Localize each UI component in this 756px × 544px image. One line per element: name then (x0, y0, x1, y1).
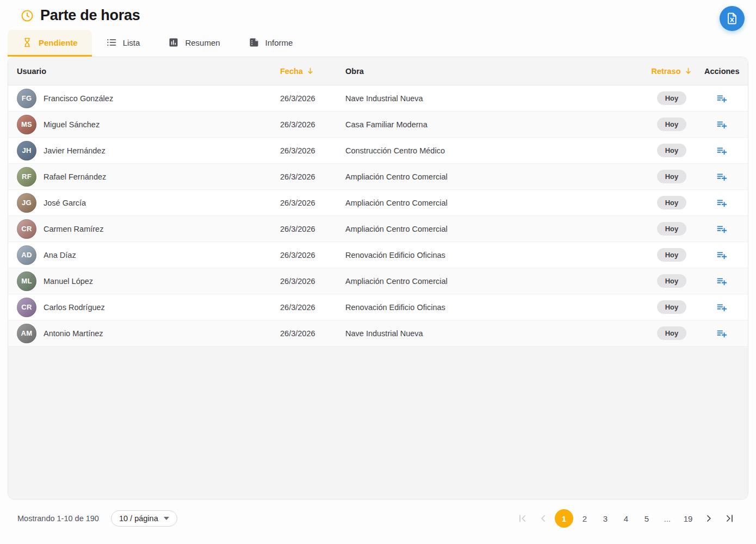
add-timesheet-entry-button[interactable] (714, 90, 730, 107)
column-header-obra[interactable]: Obra (345, 67, 639, 76)
sort-desc-arrow-icon (684, 67, 692, 75)
user-name: José García (44, 199, 86, 207)
tab-lista[interactable]: Lista (92, 30, 154, 57)
acciones-cell (714, 247, 730, 263)
page-button-3[interactable]: 3 (596, 509, 615, 528)
acciones-cell (714, 169, 730, 185)
add-timesheet-entry-button[interactable] (714, 195, 730, 211)
user-cell: CR Carlos Rodríguez (17, 298, 280, 317)
fecha-cell: 26/3/2026 (280, 199, 345, 207)
user-name: Miguel Sánchez (44, 120, 100, 129)
playlist-add-icon (716, 327, 728, 339)
user-name: Carlos Rodríguez (44, 303, 105, 312)
last-page-icon (724, 513, 735, 524)
first-page-button[interactable] (513, 509, 532, 528)
last-page-button[interactable] (720, 509, 739, 528)
page-size-select[interactable]: 10 / página (111, 510, 177, 527)
fecha-cell: 26/3/2026 (280, 303, 345, 312)
table-footer: Mostrando 1-10 de 190 10 / página 12345.… (17, 508, 739, 529)
retraso-cell: Hoy (657, 222, 687, 236)
user-cell: CR Carmen Ramírez (17, 219, 280, 239)
page-button-5[interactable]: 5 (637, 509, 656, 528)
obra-cell: Renovación Edificio Oficinas (345, 251, 639, 259)
acciones-cell (714, 195, 730, 211)
avatar: CR (17, 298, 36, 317)
user-name: Manuel López (44, 277, 93, 286)
retraso-cell: Hoy (657, 196, 687, 209)
pagination-ellipsis: ... (658, 509, 677, 528)
playlist-add-icon (716, 197, 728, 209)
acciones-cell (714, 325, 730, 342)
page-button-2[interactable]: 2 (575, 509, 594, 528)
table-row: MS Miguel Sánchez 26/3/2026 Casa Familia… (8, 112, 748, 138)
chevron-left-icon (538, 513, 549, 524)
prev-page-button[interactable] (534, 509, 553, 528)
obra-cell: Nave Industrial Nueva (345, 94, 639, 103)
tab-resumen[interactable]: Resumen (154, 30, 234, 57)
acciones-cell (714, 116, 730, 133)
avatar: RF (17, 167, 36, 187)
report-document-icon (249, 37, 259, 48)
fecha-cell: 26/3/2026 (280, 251, 345, 259)
bar-chart-icon (168, 37, 179, 48)
chevron-right-icon (703, 513, 714, 524)
retraso-badge: Hoy (657, 248, 687, 262)
playlist-add-icon (716, 119, 728, 131)
user-name: Antonio Martínez (44, 329, 103, 338)
add-timesheet-entry-button[interactable] (714, 143, 730, 159)
playlist-add-icon (716, 275, 728, 287)
export-excel-button[interactable] (720, 6, 745, 31)
page-size-value: 10 / página (119, 514, 158, 523)
user-name: Carmen Ramírez (44, 225, 103, 233)
bulleted-list-icon (106, 37, 117, 48)
add-timesheet-entry-button[interactable] (714, 325, 730, 342)
obra-cell: Ampliación Centro Comercial (345, 277, 639, 286)
retraso-badge: Hoy (657, 326, 687, 340)
avatar: MS (17, 115, 36, 134)
page-button-1[interactable]: 1 (555, 509, 573, 528)
excel-file-icon (726, 12, 739, 25)
retraso-cell: Hoy (657, 326, 687, 340)
clock-icon (21, 9, 34, 22)
avatar: AD (17, 245, 36, 265)
table-row: RF Rafael Fernández 26/3/2026 Ampliación… (8, 164, 748, 190)
table-row: JH Javier Hernández 26/3/2026 Construcci… (8, 138, 748, 164)
acciones-cell (714, 221, 730, 237)
column-header-fecha[interactable]: Fecha (280, 67, 345, 76)
acciones-cell (714, 90, 730, 107)
user-name: Francisco González (44, 94, 113, 103)
avatar: ML (17, 271, 36, 291)
fecha-cell: 26/3/2026 (280, 225, 345, 233)
tab-pendiente[interactable]: Pendiente (8, 30, 92, 57)
retraso-cell: Hoy (657, 248, 687, 262)
obra-cell: Casa Familiar Moderna (345, 120, 639, 129)
page-button-4[interactable]: 4 (617, 509, 635, 528)
add-timesheet-entry-button[interactable] (714, 299, 730, 316)
add-timesheet-entry-button[interactable] (714, 221, 730, 237)
acciones-cell (714, 273, 730, 289)
add-timesheet-entry-button[interactable] (714, 116, 730, 133)
column-header-acciones: Acciones (704, 67, 739, 76)
avatar: AM (17, 324, 36, 343)
playlist-add-icon (716, 171, 728, 183)
user-cell: FG Francisco González (17, 89, 280, 108)
user-cell: RF Rafael Fernández (17, 167, 280, 187)
add-timesheet-entry-button[interactable] (714, 247, 730, 263)
column-header-retraso[interactable]: Retraso (652, 67, 692, 76)
table-empty-area (8, 347, 748, 499)
chevron-down-icon (164, 517, 169, 520)
retraso-badge: Hoy (657, 118, 687, 131)
page-button-19[interactable]: 19 (679, 509, 697, 528)
fecha-cell: 26/3/2026 (280, 329, 345, 338)
tab-bar: Pendiente Lista Resumen Informe (8, 30, 307, 57)
next-page-button[interactable] (699, 509, 718, 528)
avatar: CR (17, 219, 36, 239)
add-timesheet-entry-button[interactable] (714, 273, 730, 289)
tab-informe[interactable]: Informe (234, 30, 307, 57)
add-timesheet-entry-button[interactable] (714, 169, 730, 185)
avatar: FG (17, 89, 36, 108)
pending-timesheets-table: Usuario Fecha Obra Retraso Acciones FG F… (8, 57, 748, 499)
retraso-cell: Hoy (657, 170, 687, 183)
column-header-usuario[interactable]: Usuario (17, 67, 280, 76)
retraso-cell: Hoy (657, 274, 687, 288)
